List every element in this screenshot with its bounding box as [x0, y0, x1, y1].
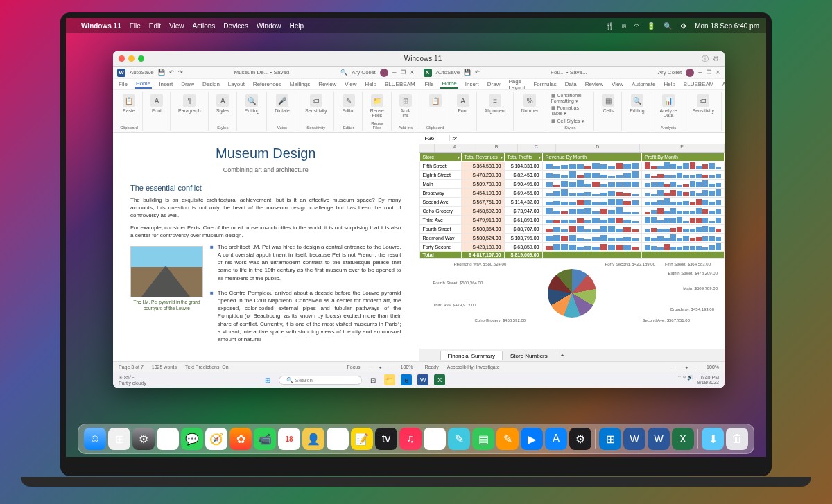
tab-draw[interactable]: Draw	[180, 80, 196, 88]
search-icon[interactable]: 🔍	[340, 69, 347, 76]
news-icon[interactable]: N	[424, 428, 446, 450]
word-taskbar-icon[interactable]: W	[417, 374, 428, 385]
zoom-level[interactable]: 100%	[707, 365, 719, 370]
safari-icon[interactable]: 🧭	[205, 428, 227, 450]
menu-file[interactable]: File	[130, 22, 141, 30]
mail-icon[interactable]: ✉	[157, 428, 179, 450]
font-button[interactable]: AFont	[148, 93, 166, 114]
trash-icon[interactable]: 🗑	[726, 428, 748, 450]
tab-home[interactable]: Home	[135, 80, 152, 89]
status-page[interactable]: Page 3 of 7	[119, 365, 144, 370]
sensitivity-button[interactable]: 🏷Sensitivity	[302, 93, 330, 114]
excel-taskbar-icon[interactable]: X	[434, 374, 445, 385]
reminders-icon[interactable]: ☑	[327, 428, 349, 450]
avatar[interactable]	[686, 69, 694, 77]
zoom-level[interactable]: 100%	[401, 365, 413, 370]
restore-icon[interactable]: ❐	[401, 69, 406, 76]
word-user[interactable]: Ary Collet	[352, 69, 376, 76]
add-sheet-button[interactable]: +	[555, 352, 570, 358]
table-row[interactable]: Eighth Street$ 478,209.00$ 82,450.00	[419, 171, 725, 180]
tab-file[interactable]: File	[424, 80, 435, 88]
downloads-icon[interactable]: ⬇	[702, 428, 724, 450]
tab-help[interactable]: Help	[364, 80, 378, 88]
minimize-icon[interactable]: ─	[392, 69, 397, 76]
tab-home[interactable]: Home	[440, 80, 458, 89]
sensitivity-button[interactable]: 🏷Sensitivity	[689, 93, 717, 114]
table-row[interactable]: Redmond Way$ 580,524.00$ 103,796.00	[419, 234, 725, 243]
tab-bluebeam[interactable]: BLUEBEAM	[682, 80, 716, 88]
parallels-icon[interactable]: ⊞	[599, 428, 621, 450]
cells-button[interactable]: ▦Cells	[599, 93, 617, 114]
tab-acrobat[interactable]: Acrobat	[720, 80, 725, 88]
pages-icon[interactable]: ✎	[496, 428, 519, 450]
alignment-button[interactable]: ≡Alignment	[482, 93, 509, 114]
font-button[interactable]: AFont	[454, 93, 472, 114]
appstore-icon[interactable]: A	[545, 428, 567, 450]
word-dock-icon[interactable]: W	[623, 428, 645, 450]
status-words[interactable]: 1025 words	[152, 365, 177, 370]
utensils-icon[interactable]: 🍴	[605, 22, 614, 30]
task-view-icon[interactable]: ⊡	[367, 374, 379, 385]
table-row[interactable]: Coho Grocery$ 458,592.00$ 73,947.00	[419, 207, 725, 216]
gear-icon[interactable]: ⚙	[713, 55, 719, 62]
cond-format-button[interactable]: ▦ Conditional Formatting ▾	[551, 93, 590, 104]
table-row[interactable]: Main$ 509,789.00$ 90,496.00	[419, 180, 725, 189]
tab-bluebeam[interactable]: BLUEBEAM	[383, 80, 417, 88]
sheet-tab-stores[interactable]: Store Numbers	[503, 351, 555, 360]
finder-icon[interactable]: ☺	[84, 428, 106, 450]
tab-view[interactable]: View	[343, 80, 358, 88]
edge-icon[interactable]: e	[401, 374, 412, 385]
freeform-icon[interactable]: ✎	[448, 428, 470, 450]
tab-review[interactable]: Review	[584, 80, 605, 88]
sheet-tab-summary[interactable]: Financial Summary	[440, 351, 503, 360]
wifi-icon[interactable]: ⌔	[634, 22, 639, 30]
tray-icons[interactable]: ⌃ ⌔ 🔊	[677, 375, 693, 385]
music-icon[interactable]: ♫	[399, 428, 422, 450]
menubar-app[interactable]: Windows 11	[81, 22, 121, 30]
tab-insert[interactable]: Insert	[464, 80, 480, 88]
explorer-icon[interactable]: 📁	[384, 374, 395, 385]
undo-icon[interactable]: ↶	[169, 69, 174, 76]
editor-button[interactable]: ✎Editor	[339, 93, 357, 114]
tab-mailings[interactable]: Mailings	[288, 80, 311, 88]
menu-edit[interactable]: Edit	[149, 22, 161, 30]
tab-insert[interactable]: Insert	[157, 80, 174, 88]
menu-view[interactable]: View	[169, 22, 184, 30]
col-revenues[interactable]: Total Revenues▾	[461, 153, 504, 162]
search-icon[interactable]: 🔍	[664, 22, 672, 30]
col-rev-month[interactable]: Revenue By Month	[542, 153, 641, 162]
dictate-button[interactable]: 🎤Dictate	[272, 93, 293, 114]
restore-icon[interactable]: ❐	[707, 69, 711, 76]
tab-help[interactable]: Help	[662, 80, 676, 88]
excel-dock-icon[interactable]: X	[672, 428, 694, 450]
editing-button[interactable]: 🔍Editing	[242, 93, 262, 114]
photos-icon[interactable]: ✿	[229, 428, 252, 450]
start-button[interactable]: ⊞	[262, 374, 273, 385]
excel-grid[interactable]: A B C D E Store▾ Total Revenues▾ Total P…	[419, 144, 725, 349]
pie-chart[interactable]	[548, 269, 596, 318]
status-accessibility[interactable]: Accessibility: Investigate	[447, 365, 500, 370]
battery-icon[interactable]: 🔋	[647, 22, 655, 30]
table-row[interactable]: Fifth Street$ 364,583.00$ 104,333.00	[419, 162, 725, 171]
close-icon[interactable]	[119, 55, 125, 62]
calendar-icon[interactable]: 18	[278, 428, 300, 450]
addins-button[interactable]: ⊞Add-ins	[397, 93, 415, 119]
system-tray[interactable]: ⌃ ⌔ 🔊 6:40 PM 9/18/2023	[677, 375, 719, 385]
tab-references[interactable]: References	[252, 80, 283, 88]
zoom-slider[interactable]: ───●───	[369, 365, 392, 370]
menubar-datetime[interactable]: Mon 18 Sep 6:40 pm	[695, 22, 759, 30]
format-table-button[interactable]: ▦ Format as Table ▾	[551, 105, 590, 116]
menu-actions[interactable]: Actions	[193, 22, 216, 30]
avatar[interactable]	[380, 69, 388, 77]
search-input[interactable]: 🔍 Search	[279, 376, 362, 385]
launchpad-icon[interactable]: ⊞	[108, 428, 130, 450]
pie-chart-area[interactable]: Redmond Way, $580,524.00 Forty Second, $…	[419, 259, 725, 328]
tab-layout[interactable]: Layout	[227, 80, 246, 88]
number-button[interactable]: %Number	[519, 93, 541, 114]
table-row[interactable]: Forty Second$ 423,189.00$ 63,859.00	[419, 243, 725, 252]
table-row[interactable]: Second Ave$ 567,751.00$ 114,432.00	[419, 198, 725, 207]
info-icon[interactable]: ⓘ	[702, 54, 709, 64]
col-profits[interactable]: Total Profits▾	[504, 153, 542, 162]
minimize-icon[interactable]: ─	[698, 69, 702, 76]
control-center-icon[interactable]: ⚙	[680, 22, 686, 30]
